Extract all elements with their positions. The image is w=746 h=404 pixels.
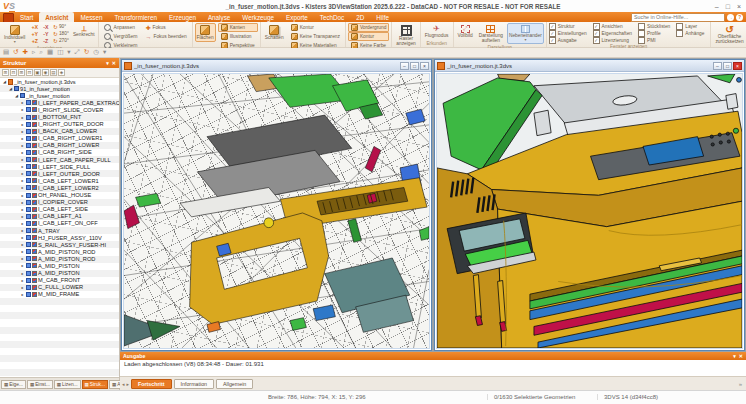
tree-item[interactable]: ▸I_LEFT_SIDE_FULL: [0, 163, 119, 170]
tree-item[interactable]: ▸I_COPIER_COVER: [0, 199, 119, 206]
expander-icon[interactable]: ▸: [20, 115, 25, 120]
tree-item[interactable]: ▸I_CAB_RIGHT_LOWER1: [0, 135, 119, 142]
visibility-checkbox[interactable]: [26, 207, 31, 212]
tree-item[interactable]: ▸I_RIGHT_SLIDE_COVER: [0, 106, 119, 113]
flaechen-button[interactable]: Flächen: [195, 23, 216, 42]
toggle-eigenschaften[interactable]: ✓Eigenschaften: [593, 30, 632, 37]
tree-item[interactable]: ▸I_BACK_CAB_LOWER: [0, 128, 119, 135]
schatten-button[interactable]: Schatten: [263, 23, 286, 42]
visibility-checkbox[interactable]: [26, 271, 31, 276]
raster-anzeigen-button[interactable]: Raster anzeigen: [394, 23, 417, 48]
scroll-right-icon[interactable]: ▸: [127, 381, 130, 387]
help-forward-icon[interactable]: →: [727, 14, 734, 21]
tree-item[interactable]: ▸I_LEFT_CAB_PAPER_FULL: [0, 156, 119, 163]
visibility-checkbox[interactable]: [26, 214, 31, 219]
tree-item[interactable]: ▸A_MID_PISTON: [0, 270, 119, 277]
search-input[interactable]: [631, 13, 725, 22]
tree-item[interactable]: ◢_in_fuser_motion: [0, 92, 119, 99]
tree-item[interactable]: ▸I_LEFT_PAPER_CAB_EXTRACTOR: [0, 99, 119, 106]
close-icon[interactable]: ×: [420, 62, 429, 70]
toggle-pmi[interactable]: PMI: [638, 37, 670, 44]
toggle-struktur[interactable]: ✓Struktur: [549, 23, 587, 30]
close-panel-icon[interactable]: ✕: [112, 60, 116, 66]
filter-icon[interactable]: ▤: [50, 69, 57, 76]
output-tab-allgemein[interactable]: Allgemein: [216, 379, 253, 389]
expander-icon[interactable]: ▸: [20, 249, 25, 254]
visibility-checkbox[interactable]: [26, 263, 31, 268]
toggle-einstellungen[interactable]: ✓Einstellungen: [549, 30, 587, 37]
visibility-checkbox[interactable]: [26, 100, 31, 105]
axis-button-minusx[interactable]: -X: [40, 23, 51, 30]
anpassen-button[interactable]: Anpassen: [101, 23, 140, 32]
shaded-view[interactable]: [437, 74, 742, 348]
tree-item[interactable]: ▸I_LEFT_OUTER_DOOR: [0, 170, 119, 177]
expander-icon[interactable]: ▸: [20, 178, 25, 183]
expander-icon[interactable]: ▸: [20, 271, 25, 276]
restore-icon[interactable]: □: [410, 62, 419, 70]
collapse-all-icon[interactable]: ⊟: [10, 69, 17, 76]
ribbon-tab-2d[interactable]: 2D: [350, 12, 370, 22]
ribbon-tab-transformieren[interactable]: Transformieren: [108, 12, 162, 22]
expander-icon[interactable]: ▸: [20, 136, 25, 141]
expander-icon[interactable]: ▸: [20, 122, 25, 127]
tree-item[interactable]: ▸I_CAB_LEFT_LOWER1: [0, 177, 119, 184]
viewport-right-titlebar[interactable]: _in_fuser_motion.jt.3dvs – □ ×: [435, 60, 744, 72]
toggle-anhänge[interactable]: Anhänge: [676, 30, 704, 37]
help-icon[interactable]: ?: [736, 14, 743, 21]
caret-alt-icon[interactable]: ▾: [103, 49, 106, 56]
tree-item[interactable]: ▸I_CAB_LEFT_LOWER2: [0, 184, 119, 191]
expander-icon[interactable]: ▸: [20, 292, 25, 297]
visibility-checkbox[interactable]: [26, 235, 31, 240]
tree-item[interactable]: ▸I_CAB_RIGHT_SIDE: [0, 149, 119, 156]
minimize-icon[interactable]: –: [715, 3, 719, 10]
senkrecht-button[interactable]: ⊥ Senkrecht: [71, 23, 97, 39]
tree-item[interactable]: ▸I_CAB_LEFT_SIDE: [0, 206, 119, 213]
visibility-checkbox[interactable]: [26, 129, 31, 134]
toggle-profile[interactable]: Profile: [638, 30, 670, 37]
fokus-beenden-button[interactable]: →Fokus beenden: [142, 32, 189, 41]
viewport-left-titlebar[interactable]: _in_fuser_motion.jt.3dvs – □ ×: [122, 60, 431, 72]
axis-button-minusz[interactable]: -Z: [40, 37, 51, 44]
expander-icon[interactable]: ▸: [20, 285, 25, 290]
nebeneinander-button[interactable]: Nebeneinander ▾: [507, 23, 544, 44]
visibility-checkbox[interactable]: [26, 143, 31, 148]
expander-icon[interactable]: ▸: [20, 207, 25, 212]
close-icon[interactable]: ×: [737, 3, 741, 10]
ribbon-tab-erzeugen[interactable]: Erzeugen: [163, 12, 202, 22]
ribbon-tab-werkzeuge[interactable]: Werkzeuge: [236, 12, 280, 22]
axis-button-plusx[interactable]: +X: [29, 23, 40, 30]
tree-item[interactable]: ▸I_CAB_RIGHT_LOWER: [0, 142, 119, 149]
ribbon-tab-exporte[interactable]: Exporte: [280, 12, 314, 22]
tree-item[interactable]: ◢91_in_fuser_motion: [0, 85, 119, 92]
visibility-checkbox[interactable]: [26, 185, 31, 190]
file-icon[interactable]: ▤: [3, 49, 9, 56]
expander-icon[interactable]: ▸: [20, 214, 25, 219]
visibility-checkbox[interactable]: [26, 256, 31, 261]
tree-item[interactable]: ▸M_MID_FRAME: [0, 291, 119, 298]
overflow-icon[interactable]: »: [739, 381, 742, 387]
expander-icon[interactable]: ▸: [20, 171, 25, 176]
panel-tab-lizen[interactable]: ▦Lizen...: [54, 380, 81, 389]
expander-icon[interactable]: ◢: [14, 93, 19, 98]
expander-icon[interactable]: ▸: [20, 150, 25, 155]
tree-item[interactable]: ◢_in_fuser_motion.jt.3dvs: [0, 78, 119, 85]
panel-tab-eige[interactable]: ▦Eige...: [1, 380, 26, 389]
close-panel-icon[interactable]: ✕: [739, 353, 743, 359]
tree-item[interactable]: ▸HJ_FUSER_ASSY_110V: [0, 234, 119, 241]
expander-icon[interactable]: ▸: [20, 193, 25, 198]
pin-icon[interactable]: ▾: [106, 60, 109, 66]
flugmodus-button[interactable]: ✈ Flugmodus: [423, 23, 451, 40]
expander-icon[interactable]: ▸: [20, 242, 25, 247]
settings-icon[interactable]: ◈: [58, 69, 65, 76]
tree-item[interactable]: ▸M_CAB_FRONT: [0, 277, 119, 284]
show-all-icon[interactable]: ▣: [34, 69, 41, 76]
layout-icon[interactable]: ▦: [47, 49, 53, 56]
oberflaeche-zuruecksetzen-button[interactable]: ↺ Oberfläche zurücksetzen: [713, 23, 745, 46]
expander-icon[interactable]: ▸: [20, 235, 25, 240]
illustration-button[interactable]: Illustration: [218, 32, 258, 41]
expander-icon[interactable]: ◢: [2, 79, 7, 84]
rotate-button-180[interactable]: ↻180°: [53, 30, 69, 37]
isolate-icon[interactable]: ◉: [42, 69, 49, 76]
keine-transparenz-button[interactable]: Keine Transparenz: [288, 32, 343, 41]
visibility-checkbox[interactable]: [26, 228, 31, 233]
